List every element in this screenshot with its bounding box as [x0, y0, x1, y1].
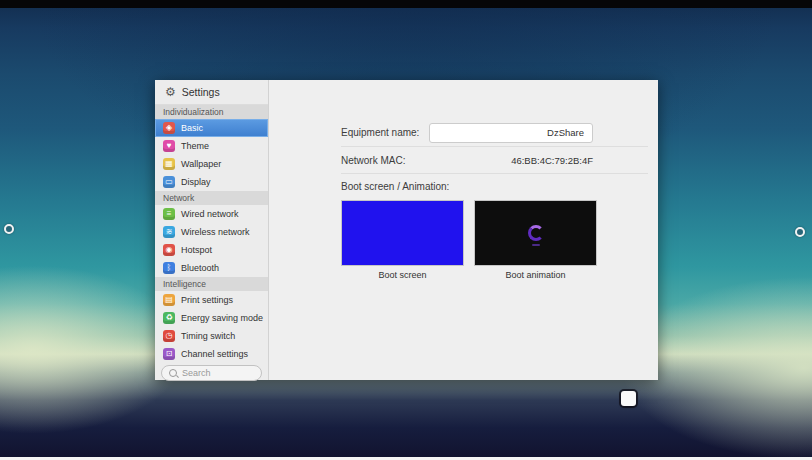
wallpaper-icon: ▦	[163, 158, 175, 170]
section-individualization: Individualization	[155, 105, 268, 119]
equipment-name-label: Equipment name:	[341, 127, 419, 138]
sidebar-item-timing-switch[interactable]: ◷ Timing switch	[155, 327, 268, 345]
section-intelligence: Intelligence	[155, 277, 268, 291]
sidebar-item-wallpaper[interactable]: ▦ Wallpaper	[155, 155, 268, 173]
sidebar-item-label: Channel settings	[181, 349, 248, 359]
wireless-network-icon: ≋	[163, 226, 175, 238]
sidebar-item-energy-saving-mode[interactable]: ♻ Energy saving mode	[155, 309, 268, 327]
boot-animation-caption: Boot animation	[474, 270, 597, 280]
sidebar-item-label: Hotspot	[181, 245, 212, 255]
sidebar-item-label: Wireless network	[181, 227, 250, 237]
sidebar-item-display[interactable]: ▭ Display	[155, 173, 268, 191]
bluetooth-icon: ᛒ	[163, 262, 175, 274]
boot-screen-animation-label: Boot screen / Animation:	[341, 181, 449, 192]
boot-animation-logo-text	[532, 244, 540, 246]
left-edge-toolbar-handle-icon[interactable]	[4, 224, 14, 234]
top-letterbox-bar	[0, 0, 812, 8]
sidebar-item-label: Timing switch	[181, 331, 235, 341]
basic-icon: ◈	[163, 122, 175, 134]
boot-screen-preview[interactable]	[341, 200, 464, 266]
boot-section-row: Boot screen / Animation:	[341, 174, 648, 198]
boot-animation-logo-icon	[528, 225, 544, 241]
wired-network-icon: ≡	[163, 208, 175, 220]
desktop-wallpaper: ⚙ Settings Individualization ◈ Basic ♥ T…	[0, 0, 812, 460]
sidebar-search-box[interactable]: Search	[161, 365, 262, 381]
network-mac-value: 46:BB:4C:79:2B:4F	[511, 155, 593, 166]
timing-switch-icon: ◷	[163, 330, 175, 342]
theme-icon: ♥	[163, 140, 175, 152]
channel-settings-icon: ⊡	[163, 348, 175, 360]
sidebar-item-label: Basic	[181, 123, 203, 133]
settings-title: Settings	[182, 86, 220, 98]
sidebar-item-label: Wired network	[181, 209, 239, 219]
sidebar-item-label: Display	[181, 177, 211, 187]
search-placeholder: Search	[182, 368, 211, 378]
energy-saving-icon: ♻	[163, 312, 175, 324]
sidebar-item-wireless-network[interactable]: ≋ Wireless network	[155, 223, 268, 241]
sidebar-item-bluetooth[interactable]: ᛒ Bluetooth	[155, 259, 268, 277]
network-mac-row: Network MAC: 46:BB:4C:79:2B:4F	[341, 147, 648, 174]
sidebar-item-wired-network[interactable]: ≡ Wired network	[155, 205, 268, 223]
sidebar-item-hotspot[interactable]: ◉ Hotspot	[155, 241, 268, 259]
boot-screen-caption: Boot screen	[341, 270, 464, 280]
sidebar-item-channel-settings[interactable]: ⊡ Channel settings	[155, 345, 268, 363]
sidebar-item-label: Energy saving mode	[181, 313, 263, 323]
hotspot-icon: ◉	[163, 244, 175, 256]
sidebar-item-label: Print settings	[181, 295, 233, 305]
settings-gear-icon: ⚙	[165, 86, 176, 98]
sidebar-item-print-settings[interactable]: ▤ Print settings	[155, 291, 268, 309]
section-network: Network	[155, 191, 268, 205]
sidebar-item-label: Theme	[181, 141, 209, 151]
sidebar-item-label: Wallpaper	[181, 159, 221, 169]
network-mac-label: Network MAC:	[341, 155, 405, 166]
sidebar-item-theme[interactable]: ♥ Theme	[155, 137, 268, 155]
boot-previews	[341, 200, 648, 266]
boot-animation-preview[interactable]	[474, 200, 597, 266]
floating-widget-button[interactable]	[621, 391, 636, 406]
right-edge-toolbar-handle-icon[interactable]	[795, 227, 805, 237]
settings-dialog: ⚙ Settings Individualization ◈ Basic ♥ T…	[155, 80, 658, 380]
sidebar-item-label: Bluetooth	[181, 263, 219, 273]
print-settings-icon: ▤	[163, 294, 175, 306]
display-icon: ▭	[163, 176, 175, 188]
sidebar-header: ⚙ Settings	[155, 80, 268, 105]
search-icon	[169, 369, 177, 377]
equipment-name-input[interactable]	[429, 123, 593, 143]
basic-settings-panel: Equipment name: Network MAC: 46:BB:4C:79…	[269, 80, 658, 380]
settings-sidebar: ⚙ Settings Individualization ◈ Basic ♥ T…	[155, 80, 269, 380]
equipment-name-row: Equipment name:	[341, 119, 648, 147]
sidebar-item-basic[interactable]: ◈ Basic	[155, 119, 268, 137]
boot-captions: Boot screen Boot animation	[341, 270, 648, 280]
